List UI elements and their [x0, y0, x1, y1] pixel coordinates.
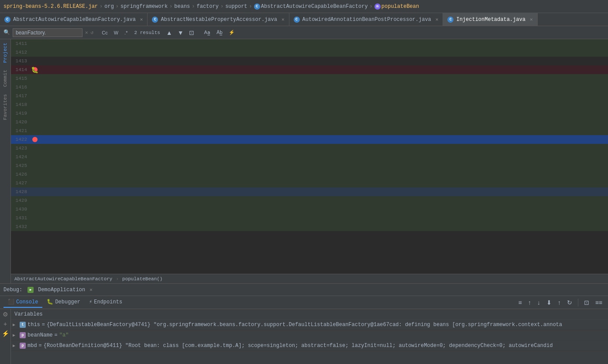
line-num-1417: 1417 — [11, 92, 31, 100]
line-num-1427: 1427 — [11, 179, 31, 187]
variable-this-expand[interactable]: ▶ — [13, 322, 20, 327]
search-filter-btn[interactable]: ⚡ — [227, 29, 237, 36]
line-num-1413: 1413 — [11, 57, 31, 65]
search-prev-button[interactable]: ▲ — [165, 28, 174, 37]
code-line-1417: 1417 pvs = mbd.getPropertyValues(); mbd:… — [11, 92, 608, 100]
breakpoint-1414[interactable]: 🐛 — [32, 67, 38, 72]
debugger-icon: 🐛 — [47, 299, 53, 305]
debug-content: ⚙ + ⚡ Variables ▶ t this = {DefaultLista… — [0, 309, 608, 364]
code-line-1416: 1416 if (pvs == null) { — [11, 83, 608, 92]
line-content-1414: PropertyDescriptor[] filteredPds = null;… — [39, 65, 608, 74]
tab-label-2: AbstractNestablePropertyAccessor.java — [161, 17, 277, 23]
debug-btn-more[interactable]: ≡≡ — [593, 298, 605, 307]
search-regex-button[interactable]: .* — [122, 29, 130, 36]
main-editor-area: Project Commit Favorites 1411 boolean ha… — [0, 39, 608, 283]
debug-app-close[interactable]: ✕ — [89, 287, 93, 293]
breadcrumb-beans[interactable]: beans — [174, 3, 190, 10]
tab-close-2[interactable]: ✕ — [282, 17, 285, 22]
gutter-1421 — [31, 126, 39, 135]
code-line-1427: 1427 pvsToUse = ibp.postProcessPropertyV… — [11, 179, 608, 187]
gutter-1428 — [31, 187, 39, 196]
breadcrumb-method[interactable]: populateBean — [381, 3, 419, 10]
debug-panel: Debug: ▶ DemoApplication ✕ ⬛ Console 🐛 D… — [0, 283, 608, 364]
debug-add-button[interactable]: + — [3, 320, 7, 327]
variable-this-value: {DefaultListableBeanFactory@4741} "org.s… — [47, 322, 562, 328]
tab-close-3[interactable]: ✕ — [436, 17, 439, 22]
line-content-1415: if (hasInstAwareBpps) { hasInstAwareBpps… — [39, 74, 608, 83]
debug-btn-rerun[interactable]: ≡ — [516, 298, 524, 307]
debug-btn-step-into[interactable]: ↓ — [535, 298, 543, 307]
breadcrumb-class[interactable]: AbstractAutowireCapableBeanFactory — [261, 3, 368, 10]
search-case-sensitive-button[interactable]: Cc — [100, 29, 110, 36]
debug-btn-step-out[interactable]: ⬇ — [544, 298, 554, 307]
gutter-1427 — [31, 179, 39, 187]
variable-beanname-icon: p — [20, 332, 26, 338]
tab-close-1[interactable]: ✕ — [140, 17, 143, 22]
line-content-1428: if (pvsToUse == null) {│ — [39, 187, 608, 196]
variable-this-name: this — [27, 322, 40, 328]
debug-btn-resume[interactable]: ↑ — [556, 298, 563, 307]
breakpoint-1422[interactable] — [32, 137, 38, 142]
tab-label-1: AbstractAutowireCapableBeanFactory.java — [13, 17, 136, 23]
search-clear-button[interactable]: ✕ — [85, 30, 88, 35]
search-next-button[interactable]: ▼ — [176, 28, 185, 37]
tab-abstract-nestable[interactable]: C AbstractNestablePropertyAccessor.java … — [148, 13, 289, 26]
search-input[interactable] — [13, 28, 82, 37]
line-num-1430: 1430 — [11, 205, 31, 214]
line-num-1414: 1414 — [11, 65, 31, 74]
debug-settings-button[interactable]: ⚙ — [3, 311, 8, 318]
line-content-1421: InstantiationAwareBeanPostProcessor ibp … — [39, 126, 608, 135]
sidebar-item-project[interactable]: Project — [2, 41, 9, 65]
search-refresh-button[interactable]: ↺ — [91, 30, 94, 35]
variable-mbd-expand[interactable]: ▶ — [13, 343, 20, 348]
search-expand-button[interactable]: ⊡ — [187, 28, 196, 37]
breadcrumb-sep-3: › — [169, 3, 172, 10]
line-content-1424: if (filteredPds == null = true ) { — [39, 153, 608, 161]
gutter-1423 — [31, 144, 39, 153]
search-word-button[interactable]: W — [112, 29, 120, 36]
debug-btn-table[interactable]: ⊡ — [582, 298, 591, 307]
variable-this-icon: t — [20, 322, 26, 328]
debug-btn-step-over[interactable]: ↑ — [526, 298, 533, 307]
line-num-1412: 1412 — [11, 48, 31, 57]
tabs-bar: C AbstractAutowireCapableBeanFactory.jav… — [0, 13, 608, 26]
variable-mbd-row: ▶ p mbd = {RootBeanDefinition@5411} "Roo… — [11, 340, 608, 351]
tab-autowired-annotation[interactable]: C AutowiredAnnotationBeanPostProcessor.j… — [289, 13, 443, 26]
gutter-1429 — [31, 196, 39, 205]
breadcrumb-support[interactable]: support — [225, 3, 247, 10]
variable-mbd-value: {RootBeanDefinition@5411} "Root bean: cl… — [44, 343, 553, 349]
status-sep-1: › — [116, 276, 119, 282]
breadcrumb-sep-5: › — [220, 3, 223, 10]
line-content-1411: boolean hasInstAwareBpps = hasInstantiat… — [39, 39, 608, 48]
variable-beanname-row: ▶ p beanName = "a" — [11, 330, 608, 340]
debug-tab-endpoints[interactable]: ⚡ Endpoints — [85, 297, 127, 308]
breadcrumb-springframework[interactable]: springframework — [120, 3, 168, 10]
debug-tab-console[interactable]: ⬛ Console — [3, 297, 42, 308]
variable-beanname-expand[interactable]: ▶ — [13, 333, 20, 338]
code-scroll-area[interactable]: 1411 boolean hasInstAwareBpps = hasInsta… — [11, 39, 608, 274]
debug-label: Debug: — [3, 287, 22, 293]
status-class-path: AbstractAutowireCapableBeanFactory — [14, 276, 112, 282]
variable-mbd-equals: = — [39, 343, 42, 349]
line-num-1431: 1431 — [11, 214, 31, 222]
search-preserve-case-btn[interactable]: Āb̲ — [214, 29, 225, 36]
code-line-1425: 1425 filteredPds = filterPropertyDescrip… — [11, 161, 608, 170]
debug-btn-stop[interactable]: ↻ — [565, 298, 574, 307]
tab-abstract-autowire[interactable]: C AbstractAutowireCapableBeanFactory.jav… — [0, 13, 148, 26]
tab-label-3: AutowiredAnnotationBeanPostProcessor.jav… — [302, 17, 431, 23]
gutter-1425 — [31, 161, 39, 170]
breadcrumb-factory[interactable]: factory — [197, 3, 219, 10]
sidebar-item-commit[interactable]: Commit — [2, 68, 9, 89]
search-match-case-btn[interactable]: Aa̲ — [202, 29, 213, 36]
debug-tab-debugger[interactable]: 🐛 Debugger — [42, 297, 85, 308]
breadcrumb-org[interactable]: org — [104, 3, 114, 10]
line-num-1416: 1416 — [11, 83, 31, 92]
tab-close-4[interactable]: ✕ — [530, 17, 533, 22]
sidebar-item-favorites[interactable]: Favorites — [2, 92, 9, 122]
debug-filter-button[interactable]: ⚡ — [2, 330, 9, 337]
code-line-1411: 1411 boolean hasInstAwareBpps = hasInsta… — [11, 39, 608, 48]
line-content-1418: } — [39, 100, 608, 109]
gutter-1416 — [31, 83, 39, 92]
breadcrumb-jar[interactable]: spring-beans-5.2.6.RELEASE.jar — [3, 3, 98, 10]
tab-injection-metadata[interactable]: C InjectionMetadata.java ✕ — [443, 13, 537, 26]
